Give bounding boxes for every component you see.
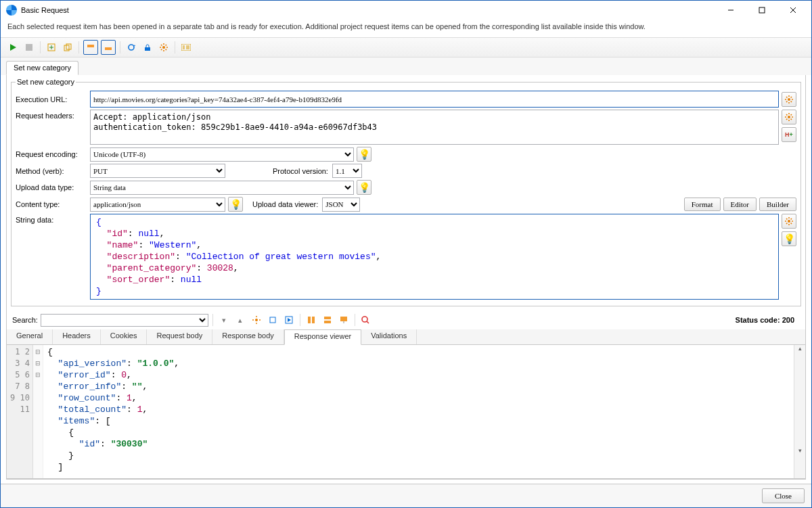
vertical-scrollbar[interactable]: ▴ ▾ bbox=[794, 345, 805, 478]
title-bar: Basic Request bbox=[1, 1, 811, 20]
search-label: Search: bbox=[12, 316, 38, 324]
svg-rect-21 bbox=[340, 317, 347, 321]
protocol-version-label: Protocol version: bbox=[273, 167, 328, 175]
svg-point-11 bbox=[788, 98, 790, 101]
upload-viewer-select[interactable]: JSON bbox=[322, 198, 360, 212]
svg-rect-0 bbox=[759, 7, 765, 13]
zoom-icon[interactable] bbox=[359, 313, 373, 327]
main-toolbar bbox=[1, 37, 811, 57]
gear-search-icon[interactable] bbox=[250, 313, 263, 327]
lock-icon[interactable] bbox=[141, 41, 154, 54]
line-gutter: 1 2 3 4 5 6 7 8 9 10 11 bbox=[7, 345, 33, 478]
arrow-down-icon[interactable]: ▾ bbox=[217, 313, 231, 327]
tab-request-body[interactable]: Request body bbox=[147, 329, 212, 344]
tab-cookies[interactable]: Cookies bbox=[101, 329, 148, 344]
request-headers-input[interactable]: Accept: application/json authentication_… bbox=[90, 110, 779, 145]
tab-set-new-category[interactable]: Set new category bbox=[6, 61, 78, 75]
exec-bar: Search: ▾ ▴ Status code: 200 bbox=[7, 310, 805, 329]
headers-settings-icon[interactable] bbox=[782, 110, 796, 124]
present-icon[interactable] bbox=[337, 313, 351, 327]
method-select[interactable]: PUT bbox=[90, 164, 225, 178]
upload-type-select[interactable]: String data bbox=[90, 181, 354, 195]
svg-point-22 bbox=[362, 317, 367, 322]
request-encoding-label: Request encoding: bbox=[16, 150, 90, 158]
svg-rect-1 bbox=[26, 44, 32, 51]
method-label: Method (verb): bbox=[16, 167, 90, 175]
content-type-help-icon[interactable]: 💡 bbox=[228, 197, 243, 212]
body-help-icon[interactable]: 💡 bbox=[782, 231, 796, 246]
list-icon[interactable] bbox=[179, 41, 193, 54]
string-data-label: String data: bbox=[16, 214, 90, 224]
tab-response-body[interactable]: Response body bbox=[212, 329, 284, 344]
encoding-help-icon[interactable]: 💡 bbox=[357, 147, 371, 162]
stop-icon[interactable] bbox=[22, 41, 36, 54]
upload-data-viewer-label: Upload data viewer: bbox=[252, 200, 318, 208]
status-code: Status code: 200 bbox=[736, 316, 800, 324]
svg-point-9 bbox=[162, 46, 165, 49]
fieldset-legend: Set new category bbox=[16, 78, 76, 86]
encoding-select[interactable]: Unicode (UTF-8) bbox=[90, 147, 354, 162]
copy-response-icon[interactable] bbox=[266, 313, 279, 327]
svg-rect-17 bbox=[308, 317, 311, 323]
switch-view-b-icon[interactable] bbox=[101, 40, 116, 55]
description-text: Each selected request item has been open… bbox=[1, 20, 811, 37]
request-tabs: Set new category bbox=[1, 57, 811, 75]
play-response-icon[interactable] bbox=[282, 313, 296, 327]
svg-rect-5 bbox=[87, 45, 94, 47]
arrow-up-icon[interactable]: ▴ bbox=[233, 313, 247, 327]
request-headers-label: Request headers: bbox=[16, 110, 90, 120]
upload-data-type-label: Upload data type: bbox=[16, 183, 90, 191]
svg-rect-8 bbox=[145, 47, 150, 51]
svg-rect-20 bbox=[324, 321, 331, 323]
svg-rect-19 bbox=[324, 317, 331, 319]
svg-point-7 bbox=[129, 45, 134, 50]
close-window-button[interactable] bbox=[777, 1, 809, 20]
headers-add-icon[interactable]: H+ bbox=[782, 127, 796, 142]
fold-gutter: ⊟ ⊟ ⊟ bbox=[33, 345, 43, 478]
close-button[interactable]: Close bbox=[762, 488, 805, 503]
tab-general[interactable]: General bbox=[7, 329, 53, 344]
body-settings-icon[interactable] bbox=[782, 214, 796, 229]
collapse-icon[interactable] bbox=[304, 313, 318, 327]
request-fieldset: Set new category Execution URL: Request … bbox=[11, 78, 801, 306]
footer: Close bbox=[1, 484, 811, 507]
maximize-button[interactable] bbox=[746, 1, 777, 20]
response-tabs: GeneralHeadersCookiesRequest bodyRespons… bbox=[7, 329, 805, 345]
editor-button[interactable]: Editor bbox=[723, 198, 757, 211]
builder-button[interactable]: Builder bbox=[759, 198, 796, 211]
add-tab-icon[interactable] bbox=[45, 41, 58, 54]
svg-point-14 bbox=[255, 319, 258, 321]
svg-rect-15 bbox=[270, 317, 275, 323]
upload-type-help-icon[interactable]: 💡 bbox=[357, 180, 371, 195]
copy-tab-icon[interactable] bbox=[61, 41, 74, 54]
svg-point-12 bbox=[788, 116, 790, 118]
run-icon[interactable] bbox=[6, 41, 20, 54]
svg-point-13 bbox=[788, 220, 790, 223]
refresh-icon[interactable] bbox=[125, 41, 138, 54]
settings-icon[interactable] bbox=[157, 41, 171, 54]
content-type-label: Content type: bbox=[16, 200, 90, 208]
svg-rect-6 bbox=[105, 47, 112, 50]
tab-response-viewer[interactable]: Response viewer bbox=[284, 329, 361, 345]
execution-url-label: Execution URL: bbox=[16, 95, 90, 103]
url-settings-icon[interactable] bbox=[782, 92, 796, 107]
minimize-button[interactable] bbox=[715, 1, 746, 20]
string-data-input[interactable]: { "id": null, "name": "Western", "descri… bbox=[90, 214, 779, 300]
app-icon bbox=[6, 5, 17, 16]
format-button[interactable]: Format bbox=[684, 198, 721, 211]
response-viewer-code[interactable]: { "api_version": "1.0.0", "error_id": 0,… bbox=[43, 345, 794, 478]
execution-url-input[interactable] bbox=[90, 91, 779, 108]
svg-rect-18 bbox=[312, 317, 315, 323]
window-title: Basic Request bbox=[21, 6, 715, 14]
tab-validations[interactable]: Validations bbox=[361, 329, 417, 344]
protocol-select[interactable]: 1.1 bbox=[332, 164, 362, 178]
expand-icon[interactable] bbox=[321, 313, 334, 327]
switch-view-a-icon[interactable] bbox=[83, 40, 98, 55]
search-input[interactable] bbox=[41, 314, 208, 327]
content-type-select[interactable]: application/json bbox=[90, 198, 225, 212]
tab-headers[interactable]: Headers bbox=[53, 329, 101, 344]
